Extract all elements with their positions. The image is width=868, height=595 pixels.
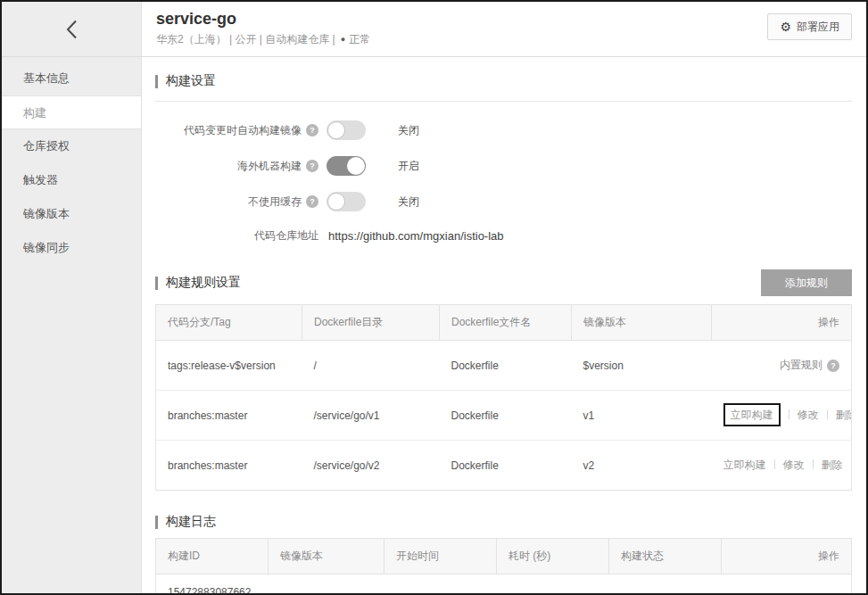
edit-rule-link[interactable]: 修改 [783, 459, 805, 471]
sidebar-item-repo-auth[interactable]: 仓库授权 [2, 129, 141, 163]
help-icon[interactable]: ? [306, 195, 318, 208]
col-start-time: 开始时间 [384, 539, 497, 574]
auto-build-label: 代码变更时自动构建镜像 ? [155, 123, 318, 138]
edit-rule-link[interactable]: 修改 [798, 409, 819, 421]
repository-detail-page: service-go 华东2（上海） | 公开 | 自动构建仓库 |●正常 ⚙ … [0, 0, 868, 595]
rule-dir: / [302, 341, 440, 391]
add-rule-button[interactable]: 添加规则 [761, 269, 852, 296]
col-branch: 代码分支/Tag [156, 305, 302, 341]
status-text: 正常 [349, 33, 370, 45]
header: service-go 华东2（上海） | 公开 | 自动构建仓库 |●正常 ⚙ … [142, 2, 866, 56]
build-rules-title-text: 构建规则设置 [166, 275, 241, 291]
build-settings-title-text: 构建设置 [166, 73, 216, 89]
sidebar-item-trigger[interactable]: 触发器 [2, 163, 141, 197]
no-cache-toggle[interactable] [327, 192, 366, 211]
top-bar: service-go 华东2（上海） | 公开 | 自动构建仓库 |●正常 ⚙ … [2, 2, 866, 57]
rule-branch: branches:master [156, 441, 302, 491]
col-actions: 操作 [722, 539, 852, 574]
rule-file: Dockerfile [440, 441, 572, 491]
sidebar-item-build[interactable]: 构建 [2, 95, 141, 129]
toggle-knob [327, 193, 345, 211]
action-separator [813, 459, 814, 469]
page-meta: 华东2（上海） | 公开 | 自动构建仓库 |●正常 [156, 32, 370, 47]
rule-version: v2 [572, 441, 712, 491]
action-separator [827, 409, 828, 419]
build-rule-row: tags:release-v$version / Dockerfile $ver… [156, 341, 852, 391]
main-content: 构建设置 代码变更时自动构建镜像 ? 关闭 海外机器构建 [142, 57, 866, 593]
delete-rule-link[interactable]: 删除 [822, 459, 843, 471]
col-duration: 耗时 (秒) [497, 539, 609, 574]
action-separator [774, 459, 775, 469]
build-logs-section: 构建日志 构建ID 镜像版本 开始时间 耗时 (秒) 构建状态 [155, 514, 852, 593]
toggle-knob [347, 157, 365, 175]
overseas-build-row: 海外机器构建 ? 开启 [155, 148, 852, 184]
view-log-link[interactable]: 日志 [818, 592, 839, 593]
build-logs-table: 构建ID 镜像版本 开始时间 耗时 (秒) 构建状态 操作 1547288308… [155, 538, 852, 593]
help-icon[interactable]: ? [827, 359, 839, 372]
rule-version: v1 [572, 391, 712, 441]
action-separator [789, 409, 789, 419]
build-logs-header-row: 构建ID 镜像版本 开始时间 耗时 (秒) 构建状态 操作 [156, 539, 852, 574]
back-button[interactable] [2, 2, 142, 56]
rule-file: Dockerfile [440, 391, 572, 441]
back-chevron-icon [66, 20, 78, 39]
rule-branch: tags:release-v$version [156, 341, 302, 391]
overseas-build-state: 开启 [398, 159, 419, 174]
build-now-link[interactable]: 立即构建 [723, 459, 766, 471]
rule-dir: /service/go/v2 [302, 441, 440, 491]
build-settings-section: 构建设置 代码变更时自动构建镜像 ? 关闭 海外机器构建 [155, 73, 852, 252]
deploy-app-button[interactable]: ⚙ 部署应用 [767, 13, 852, 40]
log-version: v1 [269, 574, 384, 594]
build-rule-row: branches:master /service/go/v2 Dockerfil… [156, 441, 852, 491]
no-cache-row: 不使用缓存 ? 关闭 [155, 184, 852, 219]
rule-dir: /service/go/v1 [302, 391, 440, 441]
auto-build-toggle[interactable] [327, 120, 366, 140]
no-cache-state: 关闭 [398, 194, 419, 210]
build-rules-header-row: 代码分支/Tag Dockerfile目录 Dockerfile文件名 镜像版本… [156, 305, 852, 341]
status-dot-icon: ● [341, 35, 345, 44]
rule-version: $version [572, 341, 712, 391]
build-now-link[interactable]: 立即构建 [723, 403, 781, 426]
build-settings-title: 构建设置 [155, 73, 852, 89]
sidebar: 基本信息 构建 仓库授权 触发器 镜像版本 镜像同步 [2, 57, 142, 593]
build-log-row: 1547288308766221282 v1 2019-01-12 18:18:… [156, 574, 852, 594]
log-build-id: 1547288308766221282 [156, 574, 269, 594]
build-rule-row: branches:master /service/go/v1 Dockerfil… [156, 391, 852, 441]
build-rules-title: 构建规则设置 [155, 275, 241, 291]
help-icon[interactable]: ? [306, 160, 318, 172]
section-bar [155, 516, 158, 529]
build-logs-title: 构建日志 [155, 514, 216, 530]
log-start-time: 2019-01-12 18:18:29 [384, 574, 497, 594]
toggle-knob [327, 121, 345, 139]
sidebar-item-basic-info[interactable]: 基本信息 [2, 62, 141, 95]
gear-icon: ⚙ [780, 21, 791, 33]
sidebar-item-image-sync[interactable]: 镜像同步 [2, 231, 141, 265]
meta-text: 华东2（上海） | 公开 | 自动构建仓库 | [156, 33, 335, 45]
overseas-build-label: 海外机器构建 ? [155, 159, 318, 174]
header-titles: service-go 华东2（上海） | 公开 | 自动构建仓库 |●正常 [156, 9, 370, 56]
delete-rule-link[interactable]: 删除 [836, 409, 852, 421]
rule-file: Dockerfile [440, 341, 572, 391]
col-actions: 操作 [712, 305, 852, 341]
builtin-rule-label: 内置规则 ? [780, 358, 839, 373]
repo-url-label: 代码仓库地址 [155, 228, 318, 244]
repo-url-row: 代码仓库地址 https://github.com/mgxian/istio-l… [155, 219, 852, 252]
auto-build-row: 代码变更时自动构建镜像 ? 关闭 [155, 112, 852, 148]
deploy-app-label: 部署应用 [797, 20, 839, 35]
sidebar-item-image-versions[interactable]: 镜像版本 [2, 197, 141, 231]
rule-branch: branches:master [156, 391, 302, 441]
log-status: 成功 [609, 574, 722, 594]
col-dockerfile-dir: Dockerfile目录 [302, 305, 440, 341]
col-image-version: 镜像版本 [572, 305, 712, 341]
section-bar [155, 277, 158, 290]
col-image-version: 镜像版本 [269, 539, 384, 574]
help-icon[interactable]: ? [306, 124, 318, 136]
build-logs-title-text: 构建日志 [166, 514, 216, 530]
overseas-build-toggle[interactable] [327, 156, 366, 176]
page-title: service-go [156, 9, 370, 29]
build-rules-section: 构建规则设置 添加规则 代码分支/Tag Dockerfile目录 Docker… [155, 269, 852, 491]
repo-url-value: https://github.com/mgxian/istio-lab [328, 229, 504, 243]
col-build-status: 构建状态 [609, 539, 722, 574]
divider [155, 101, 852, 102]
log-duration: 43 [497, 574, 609, 594]
